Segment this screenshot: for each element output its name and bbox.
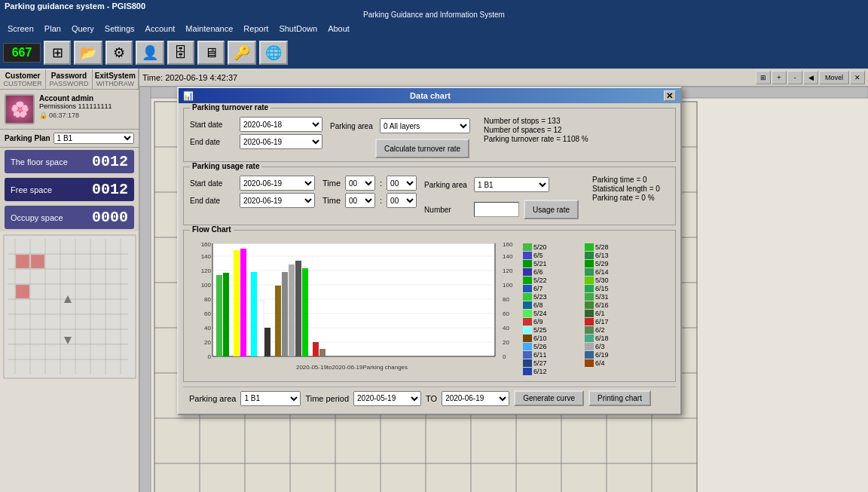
legend-5-22: 5/22	[523, 277, 583, 284]
profile-name: Account admin	[39, 94, 112, 102]
legend-color-5-27	[523, 359, 532, 367]
legend-label-5-25: 5/25	[533, 326, 547, 334]
start-hour-select[interactable]: 00	[345, 176, 375, 191]
app-subtitle: Parking Guidance and Information System	[5, 11, 863, 19]
bottom-parking-area-label: Parking area	[189, 394, 236, 403]
legend-color-6-9	[523, 318, 532, 325]
app-title: Parking guidance system - PGIS800	[5, 2, 863, 11]
map-fit-btn[interactable]: ⊞	[756, 71, 771, 84]
menu-account[interactable]: Account	[141, 23, 180, 35]
legend-color-5-21	[523, 260, 532, 267]
password-sub: PASSWORD	[47, 80, 90, 87]
svg-text:60: 60	[204, 310, 211, 317]
usage-rate-btn[interactable]: Usage rate	[524, 200, 579, 219]
map-scroll-btn[interactable]: ◀	[803, 71, 818, 84]
menu-report[interactable]: Report	[239, 23, 273, 35]
dialog-close-btn[interactable]: ✕	[664, 90, 676, 101]
usage-number-label: Number	[424, 206, 469, 214]
sidebar: Customer CUSTOMER Password PASSWORD Exit…	[0, 69, 139, 492]
legend-color-6-8	[523, 301, 532, 309]
end-min-select[interactable]: 00	[387, 193, 417, 208]
legend-color-6-4	[585, 359, 594, 367]
legend-label-5-29: 5/29	[595, 260, 609, 267]
svg-text:140: 140	[201, 253, 212, 260]
password-btn[interactable]: Password PASSWORD	[46, 69, 92, 89]
legend-6-19: 6/19	[585, 351, 645, 359]
legend-label-6-8: 6/8	[533, 301, 543, 309]
turnover-start-select[interactable]: 2020-06-18	[240, 117, 322, 132]
password-label: Password	[47, 72, 90, 80]
bottom-parking-area-select[interactable]: 1 B1	[240, 391, 301, 406]
dialog-title-bar: 📊 Data chart ✕	[179, 88, 680, 103]
toolbar-database-btn[interactable]: 🗄	[167, 41, 194, 65]
legend-label-5-24: 5/24	[533, 310, 547, 317]
customer-label: Customer	[2, 72, 44, 80]
menu-screen[interactable]: Screen	[3, 23, 38, 35]
legend-label-6-4: 6/4	[595, 359, 605, 367]
parking-plan-select[interactable]: 1 B1	[53, 133, 134, 144]
map-close-btn[interactable]: ✕	[850, 71, 865, 84]
toolbar-monitor-btn[interactable]: 🖥	[197, 41, 225, 65]
exit-btn[interactable]: ExitSystem WITHDRAW	[93, 69, 139, 89]
legend-label-6-2: 6/2	[595, 326, 605, 334]
title-bar: Parking guidance system - PGIS800 Parkin…	[0, 0, 868, 20]
menu-about[interactable]: About	[323, 23, 354, 35]
legend-6-4: 6/4	[585, 359, 645, 367]
bottom-time-end-select[interactable]: 2020-06-19	[442, 391, 509, 406]
customer-btn[interactable]: Customer CUSTOMER	[0, 69, 46, 89]
menu-plan[interactable]: Plan	[40, 23, 66, 35]
legend-color-5-26	[523, 343, 532, 350]
legend-5-21: 5/21	[523, 260, 583, 267]
map-move-label[interactable]: Movel	[819, 71, 849, 84]
legend-label-6-12: 6/12	[533, 368, 547, 375]
dialog-body: Parking turnover rate Start date 2020-06…	[179, 103, 680, 414]
occupy-space-label: Occupy space	[11, 213, 63, 222]
print-chart-btn[interactable]: Printing chart	[588, 390, 651, 406]
toolbar-key-btn[interactable]: 🔑	[228, 41, 256, 65]
legend-5-25: 5/25	[523, 326, 583, 334]
toolbar-grid-btn[interactable]: ⊞	[44, 41, 71, 65]
bottom-time-period-label: Time period	[305, 394, 349, 403]
map-expand-btn[interactable]: +	[772, 71, 787, 84]
legend-color-5-30	[585, 277, 594, 284]
toolbar-display: 667	[3, 43, 41, 63]
bottom-time-start-select[interactable]: 2020-05-19	[353, 391, 421, 406]
menu-shutdown[interactable]: ShutDown	[274, 23, 322, 35]
menu-settings[interactable]: Settings	[100, 23, 139, 35]
legend-label-6-18: 6/18	[595, 335, 609, 342]
menu-maintenance[interactable]: Maintenance	[181, 23, 237, 35]
map-contract-btn[interactable]: -	[787, 71, 802, 84]
turnover-start-label: Start date	[190, 121, 235, 129]
num-stops: Number of stops = 133	[484, 117, 588, 125]
toolbar-gear-btn[interactable]: ⚙	[105, 41, 133, 65]
svg-rect-101	[319, 349, 326, 356]
usage-start-select[interactable]: 2020-06-19	[240, 176, 315, 191]
legend-5-24: 5/24	[523, 310, 583, 317]
usage-area-select[interactable]: 1 B1	[474, 177, 549, 192]
svg-text:60: 60	[503, 310, 509, 317]
start-min-select[interactable]: 00	[387, 176, 417, 191]
turnover-end-select[interactable]: 2020-06-19	[240, 134, 322, 149]
toolbar-folder-btn[interactable]: 📂	[74, 41, 102, 65]
menu-query[interactable]: Query	[67, 23, 99, 35]
usage-number-row: Number Usage rate	[424, 200, 579, 219]
free-space-label: Free space	[11, 185, 52, 194]
legend-color-6-1	[585, 310, 594, 317]
svg-text:0: 0	[503, 353, 506, 360]
flow-chart-label: Flow Chart	[190, 225, 234, 234]
legend-color-5-31	[585, 293, 594, 301]
generate-curve-btn[interactable]: Generate curve	[514, 390, 584, 406]
toolbar-globe-btn[interactable]: 🌐	[259, 41, 288, 65]
svg-rect-90	[234, 250, 240, 356]
calc-turnover-btn[interactable]: Calculate turnover rate	[375, 139, 469, 158]
sidebar-map	[0, 231, 139, 492]
legend-label-5-22: 5/22	[533, 277, 547, 284]
end-hour-select[interactable]: 00	[345, 193, 375, 208]
usage-end-select[interactable]: 2020-06-19	[240, 193, 315, 208]
turnover-start-row: Start date 2020-06-18	[190, 117, 322, 132]
toolbar-user-btn[interactable]: 👤	[136, 41, 164, 65]
legend-label-6-3: 6/3	[595, 343, 605, 350]
usage-number-input[interactable]	[474, 202, 519, 217]
parking-area-select[interactable]: 0 All layers	[380, 118, 470, 133]
legend-5-28: 5/28	[585, 243, 645, 251]
